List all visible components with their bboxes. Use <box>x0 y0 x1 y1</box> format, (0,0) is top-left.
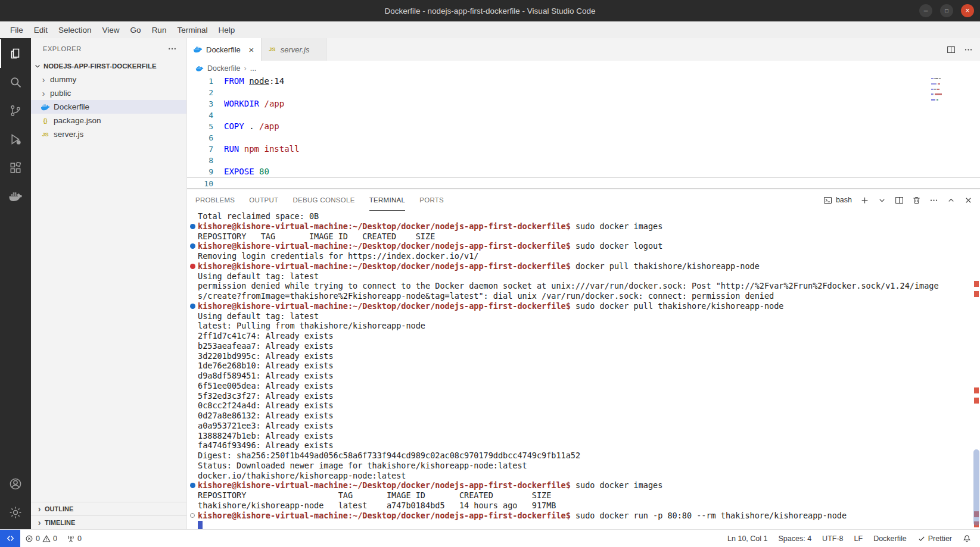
chevron-down-icon <box>878 196 886 205</box>
editor-tab-dockerfile[interactable]: Dockerfile× <box>187 38 262 61</box>
status-language-mode[interactable]: Dockerfile <box>868 530 912 547</box>
sidebar-section-timeline[interactable]: ›TIMELINE <box>31 515 186 529</box>
explorer-item-server-js[interactable]: JSserver.js <box>31 127 186 141</box>
editor-line-8[interactable]: 8 <box>187 155 980 166</box>
explorer-item-public[interactable]: ›public <box>31 86 186 100</box>
command-decoration-icon[interactable] <box>190 304 195 309</box>
status-eol[interactable]: LF <box>849 530 869 547</box>
terminal-scrollbar[interactable] <box>973 449 979 526</box>
panel-tab-debug-console[interactable]: DEBUG CONSOLE <box>293 189 354 211</box>
activity-accounts[interactable] <box>0 470 31 498</box>
panel-tab-ports[interactable]: PORTS <box>419 189 444 211</box>
output-text: 5f32ed3c3f27: Already exists <box>198 391 334 401</box>
menu-view[interactable]: View <box>97 21 125 38</box>
json-file-icon: {} <box>41 116 50 126</box>
tab-label: server.js <box>281 45 310 54</box>
command-decoration-icon[interactable] <box>190 513 195 518</box>
sidebar-section-outline[interactable]: ›OUTLINE <box>31 502 186 515</box>
maximize-panel-button[interactable] <box>947 196 956 205</box>
status-label: Dockerfile <box>873 535 907 543</box>
editor-line-1[interactable]: 1FROM node:14 <box>187 76 980 87</box>
explorer-item-dockerfile[interactable]: Dockerfile <box>31 100 186 114</box>
terminal-output-line: latest: Pulling from thakishore/kishorea… <box>187 321 980 331</box>
project-root-folder[interactable]: NODEJS-APP-FIRST-DOCKERFILE <box>31 59 186 73</box>
editor-line-2[interactable]: 2 <box>187 87 980 98</box>
remote-indicator[interactable] <box>0 530 20 547</box>
status-cursor-position[interactable]: Ln 10, Col 1 <box>722 530 773 547</box>
menu-go[interactable]: Go <box>125 21 147 38</box>
shell-prompt: kishore@kishore-virtual-machine:~/Deskto… <box>198 511 571 520</box>
terminal-command-line: kishore@kishore-virtual-machine:~/Deskto… <box>187 480 980 490</box>
js-file-icon: JS <box>267 45 277 54</box>
breadcrumb[interactable]: Dockerfile › ... <box>187 61 980 76</box>
command-decoration-icon[interactable] <box>190 224 195 229</box>
split-terminal-button[interactable] <box>895 196 904 205</box>
close-icon: × <box>965 7 969 15</box>
explorer-item-dummy[interactable]: ›dummy <box>31 73 186 86</box>
terminal-profile[interactable]: bash <box>823 196 852 205</box>
more-actions-button[interactable] <box>929 196 938 205</box>
new-terminal-button[interactable] <box>860 196 869 205</box>
sidebar-sections: ›OUTLINE›TIMELINE <box>31 502 186 529</box>
status-prettier[interactable]: Prettier <box>912 530 957 547</box>
activity-settings[interactable] <box>0 498 31 527</box>
breadcrumb-file[interactable]: Dockerfile <box>207 64 241 73</box>
menu-run[interactable]: Run <box>147 21 172 38</box>
editor-line-9[interactable]: 9EXPOSE 80 <box>187 166 980 177</box>
minimize-icon: – <box>924 7 928 15</box>
menu-selection[interactable]: Selection <box>53 21 97 38</box>
more-actions-icon[interactable] <box>167 44 177 54</box>
menu-terminal[interactable]: Terminal <box>172 21 213 38</box>
status-indentation[interactable]: Spaces: 4 <box>773 530 817 547</box>
window-maximize-button[interactable]: □ <box>940 4 953 17</box>
code-editor[interactable]: 1FROM node:1423WORKDIR /app45COPY . /app… <box>187 76 980 189</box>
close-panel-button[interactable] <box>964 196 973 205</box>
activity-explorer[interactable] <box>0 39 31 68</box>
scm-icon <box>8 104 23 118</box>
window-minimize-button[interactable]: – <box>919 4 932 17</box>
line-number: 3 <box>187 98 213 110</box>
editor-tab-server-js[interactable]: JSserver.js <box>262 38 327 61</box>
activity-source-control[interactable] <box>0 96 31 125</box>
maximize-icon: □ <box>945 8 948 14</box>
ports-indicator[interactable]: 0 <box>62 530 86 547</box>
menu-file[interactable]: File <box>5 21 29 38</box>
activity-search[interactable] <box>0 68 31 96</box>
chevron-right-icon: › <box>41 76 46 84</box>
editor-line-6[interactable]: 6 <box>187 132 980 143</box>
menu-edit[interactable]: Edit <box>29 21 53 38</box>
activity-docker[interactable] <box>0 182 31 211</box>
editor-line-7[interactable]: 7RUN npm install <box>187 143 980 155</box>
editor-line-4[interactable]: 4 <box>187 110 980 121</box>
menu-help[interactable]: Help <box>213 21 240 38</box>
window-close-button[interactable]: × <box>961 4 974 17</box>
command-decoration-icon[interactable] <box>190 243 195 249</box>
launch-profile-button[interactable] <box>878 196 886 205</box>
panel-tab-output[interactable]: OUTPUT <box>249 189 278 211</box>
code-text: RUN npm install <box>224 143 299 155</box>
docker-icon <box>8 189 23 204</box>
status-encoding[interactable]: UTF-8 <box>817 530 848 547</box>
terminal[interactable]: Total reclaimed space: 0Bkishore@kishore… <box>187 211 980 529</box>
status-notifications[interactable] <box>957 530 976 547</box>
editor-line-3[interactable]: 3WORKDIR /app <box>187 98 980 110</box>
window-controls: –□× <box>919 4 974 17</box>
panel-tab-terminal[interactable]: TERMINAL <box>369 189 406 211</box>
panel-tab-problems[interactable]: PROBLEMS <box>195 189 235 211</box>
close-icon <box>964 196 973 205</box>
editor-line-5[interactable]: 5COPY . /app <box>187 121 980 132</box>
chevron-right-icon: › <box>244 64 247 73</box>
editor-line-10[interactable]: 10 <box>187 177 980 189</box>
close-tab-icon[interactable]: × <box>248 45 255 55</box>
activity-run-and-debug[interactable] <box>0 125 31 154</box>
command-decoration-icon[interactable] <box>190 483 195 488</box>
split-editor-button[interactable] <box>947 45 956 54</box>
titlebar[interactable]: Dockerfile - nodejs-app-first-dockerfile… <box>0 0 980 21</box>
command-decoration-icon[interactable] <box>190 264 195 269</box>
activity-extensions[interactable] <box>0 154 31 182</box>
kill-terminal-button[interactable] <box>912 196 921 205</box>
problems-indicator[interactable]: 0 0 <box>20 530 62 547</box>
breadcrumb-more[interactable]: ... <box>250 64 256 73</box>
explorer-item-package-json[interactable]: {}package.json <box>31 114 186 127</box>
more-editor-actions-button[interactable] <box>964 45 973 54</box>
